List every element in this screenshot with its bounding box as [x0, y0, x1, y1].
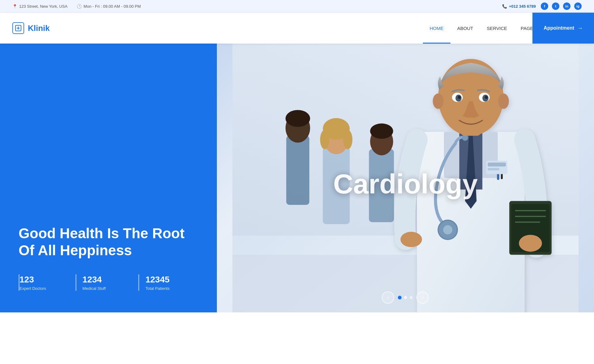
facebook-icon[interactable]: f — [541, 2, 548, 10]
stat-staff: 1234 Medical Stuff — [75, 274, 139, 291]
svg-point-13 — [343, 130, 352, 149]
social-icons: f t in ig — [541, 2, 582, 10]
svg-point-26 — [519, 235, 542, 252]
topbar: 📍 123 Street, New York, USA 🕐 Mon - Fri … — [0, 0, 594, 13]
svg-point-16 — [370, 124, 393, 139]
slider-dot-3[interactable] — [410, 296, 413, 299]
phone-icon: 📞 — [502, 4, 507, 9]
slider-dots — [398, 296, 413, 299]
address-info: 📍 123 Street, New York, USA — [12, 4, 67, 9]
logo-text: Klinik — [28, 23, 50, 33]
clock-icon: 🕐 — [77, 4, 82, 9]
hero-right-panel: Cardiology ‹ › — [217, 44, 594, 312]
svg-point-40 — [484, 96, 488, 99]
address-text: 123 Street, New York, USA — [19, 4, 67, 9]
logo[interactable]: Klinik — [12, 22, 50, 34]
stat-staff-number: 1234 — [83, 274, 129, 285]
hero-section: Good Health Is The Root Of All Heppiness… — [0, 44, 594, 312]
topbar-left: 📍 123 Street, New York, USA 🕐 Mon - Fri … — [12, 4, 141, 9]
svg-point-33 — [433, 94, 444, 109]
slider-next-button[interactable]: › — [416, 291, 429, 304]
nav-about[interactable]: ABOUT — [450, 13, 480, 44]
stat-staff-label: Medical Stuff — [83, 286, 129, 291]
instagram-icon[interactable]: ig — [574, 2, 582, 10]
nav-service[interactable]: SERVICE — [480, 13, 514, 44]
stat-doctors: 123 Expert Doctors — [19, 274, 75, 291]
hero-left-panel: Good Health Is The Root Of All Heppiness… — [0, 44, 217, 312]
header: Klinik HOME ABOUT SERVICE PAGES ▾ CONTAC… — [0, 13, 594, 44]
svg-point-8 — [286, 110, 310, 127]
svg-point-34 — [498, 94, 509, 109]
hero-stats: 123 Expert Doctors 1234 Medical Stuff 12… — [19, 274, 201, 291]
slider-dot-2[interactable] — [404, 296, 407, 299]
hours-info: 🕐 Mon - Fri : 09.00 AM - 09.00 PM — [77, 4, 141, 9]
stat-doctors-label: Expert Doctors — [19, 286, 66, 291]
location-icon: 📍 — [12, 4, 17, 9]
linkedin-icon[interactable]: in — [563, 2, 570, 10]
hours-text: Mon - Fri : 09.00 AM - 09.00 PM — [84, 4, 141, 9]
svg-rect-5 — [232, 255, 579, 312]
appointment-button[interactable]: Appointment → — [532, 13, 594, 44]
nav-home[interactable]: HOME — [423, 13, 450, 44]
svg-rect-6 — [286, 136, 309, 205]
topbar-right: 📞 +012 345 6789 f t in ig — [502, 2, 582, 10]
slider-prev-button[interactable]: ‹ — [382, 291, 394, 304]
appointment-label: Appointment — [544, 25, 574, 31]
stat-patients-label: Total Patients — [145, 286, 192, 291]
appointment-arrow: → — [577, 25, 583, 32]
svg-point-27 — [400, 232, 422, 247]
slider-controls: ‹ › — [382, 291, 429, 304]
svg-text:Cardiology: Cardiology — [333, 168, 478, 199]
svg-rect-44 — [488, 163, 506, 166]
svg-point-29 — [443, 225, 452, 235]
phone-number: +012 345 6789 — [509, 4, 536, 9]
svg-rect-45 — [488, 168, 499, 170]
logo-icon — [12, 22, 24, 34]
svg-point-12 — [320, 130, 329, 149]
stat-patients: 12345 Total Patients — [138, 274, 201, 291]
hero-title: Good Health Is The Root Of All Heppiness — [19, 225, 201, 259]
doctor-scene: Cardiology — [217, 44, 594, 312]
slider-dot-1[interactable] — [398, 296, 402, 299]
twitter-icon[interactable]: t — [552, 2, 559, 10]
stat-patients-number: 12345 — [145, 274, 192, 285]
phone-info: 📞 +012 345 6789 — [502, 4, 536, 9]
stat-doctors-number: 123 — [19, 274, 66, 285]
svg-point-39 — [458, 96, 461, 99]
